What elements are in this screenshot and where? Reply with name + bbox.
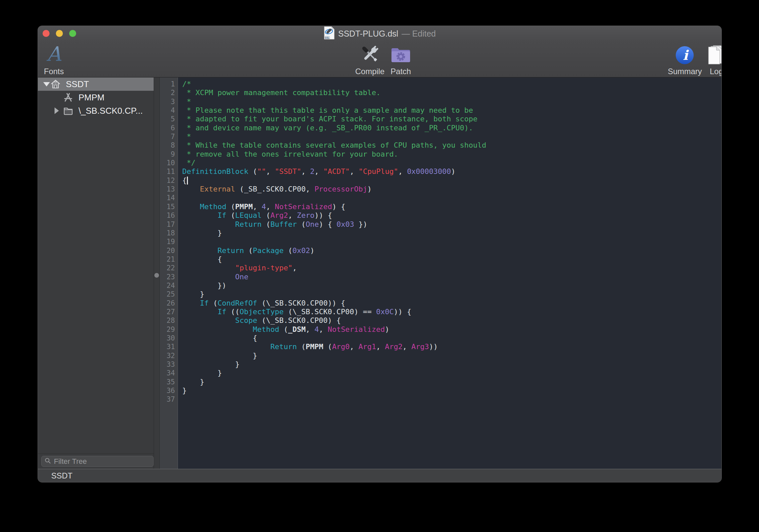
fonts-button[interactable]: A Fonts bbox=[44, 44, 64, 76]
tools-icon bbox=[63, 92, 73, 105]
log-label: Log bbox=[710, 67, 722, 76]
filter-tree-field[interactable] bbox=[41, 456, 154, 467]
window-title-edited: — Edited bbox=[401, 29, 436, 39]
summary-label: Summary bbox=[668, 67, 702, 76]
document-icon: DSL bbox=[324, 26, 335, 41]
window-title-row: DSL SSDT-PLUG.dsl — Edited bbox=[38, 27, 721, 41]
tree-item-label: PMPM bbox=[78, 92, 104, 103]
line-numbers: 1234567891011121314151617181920212223242… bbox=[160, 77, 178, 469]
tree-item-label: \_SB.SCK0.CP... bbox=[78, 106, 143, 116]
compile-icon bbox=[359, 44, 380, 66]
fonts-icon: A bbox=[44, 44, 64, 66]
window-title: SSDT-PLUG.dsl bbox=[338, 29, 398, 39]
svg-text:A: A bbox=[46, 44, 62, 65]
code-editor[interactable]: 1234567891011121314151617181920212223242… bbox=[160, 77, 721, 469]
compile-label: Compile bbox=[355, 67, 384, 76]
splitter-handle[interactable] bbox=[154, 273, 159, 278]
svg-text:DSL: DSL bbox=[325, 37, 329, 39]
search-icon bbox=[45, 458, 51, 465]
window-header: DSL SSDT-PLUG.dsl — Edited A Fonts bbox=[38, 26, 721, 77]
patch-label: Patch bbox=[390, 67, 411, 76]
log-button[interactable]: Log bbox=[706, 45, 722, 76]
disclosure-down-icon[interactable] bbox=[43, 82, 50, 86]
summary-button[interactable]: i Summary bbox=[668, 46, 702, 76]
log-pages-icon bbox=[706, 45, 722, 66]
compile-button[interactable]: Compile bbox=[355, 44, 384, 76]
fonts-label: Fonts bbox=[44, 67, 64, 76]
app-window: DSL SSDT-PLUG.dsl — Edited A Fonts bbox=[38, 26, 722, 482]
patch-folder-icon bbox=[390, 46, 411, 66]
splitter[interactable] bbox=[154, 77, 160, 469]
desktop: { "window": { "title": "SSDT-PLUG.dsl", … bbox=[0, 0, 759, 532]
filter-row bbox=[38, 454, 154, 469]
summary-info-icon: i bbox=[675, 46, 694, 66]
sidebar: SSDT PMPM bbox=[38, 77, 154, 469]
status-bar: SSDT bbox=[38, 469, 721, 482]
tree-item-ssdt[interactable]: SSDT bbox=[38, 77, 154, 91]
disclosure-right-icon[interactable] bbox=[55, 107, 59, 114]
content-area: SSDT PMPM bbox=[38, 77, 721, 469]
code-lines[interactable]: /* * XCPM power management compatibility… bbox=[178, 77, 721, 469]
tree-item-sb-sck0[interactable]: \_SB.SCK0.CP... bbox=[38, 104, 154, 117]
folder-icon bbox=[63, 106, 73, 118]
house-icon bbox=[51, 79, 61, 91]
tree-item-label: SSDT bbox=[66, 79, 89, 89]
patch-button[interactable]: Patch bbox=[390, 46, 411, 76]
status-text: SSDT bbox=[51, 471, 73, 480]
filter-tree-input[interactable] bbox=[53, 457, 150, 466]
ssdt-tree: SSDT PMPM bbox=[38, 77, 154, 454]
tree-item-pmpm[interactable]: PMPM bbox=[38, 91, 154, 104]
